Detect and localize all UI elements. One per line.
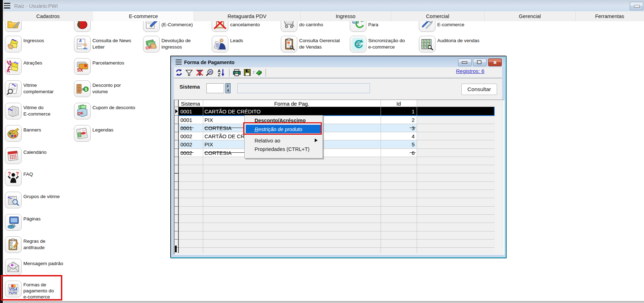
svg-text:5X: 5X (77, 67, 83, 73)
svg-text:$: $ (422, 43, 424, 46)
svg-text:n: n (209, 69, 212, 74)
svg-text:$: $ (426, 39, 427, 43)
svg-text:$: $ (357, 43, 359, 46)
svg-text:OK: OK (77, 111, 84, 116)
svg-text:?: ? (16, 171, 19, 176)
svg-text:Z: Z (218, 73, 220, 77)
svg-text:$: $ (426, 46, 427, 49)
svg-text:A: A (79, 39, 81, 43)
svg-text:$: $ (85, 88, 87, 91)
svg-text:?: ? (8, 171, 11, 176)
svg-text:$: $ (429, 39, 431, 43)
svg-text:$: $ (422, 39, 424, 43)
svg-text:$: $ (426, 43, 427, 46)
svg-text:OK: OK (145, 45, 152, 50)
svg-text:$: $ (422, 46, 424, 49)
svg-text:11: 11 (78, 129, 81, 133)
